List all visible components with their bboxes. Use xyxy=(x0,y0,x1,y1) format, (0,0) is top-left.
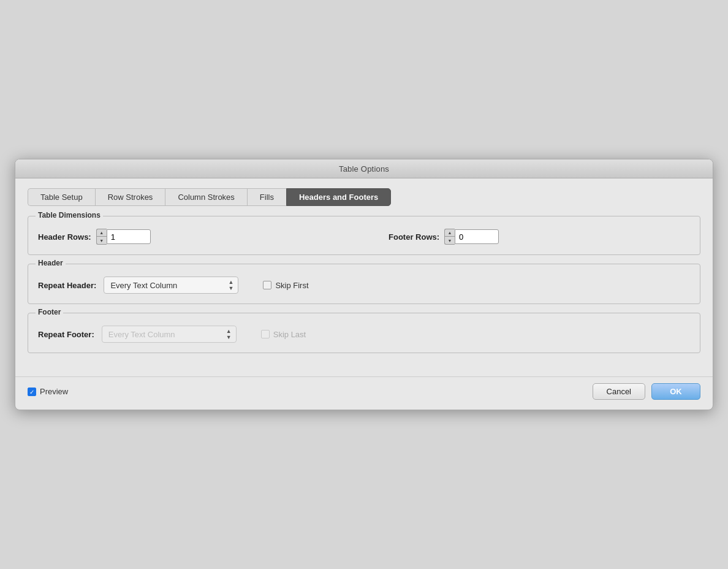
repeat-header-label: Repeat Header: xyxy=(38,281,96,290)
header-group: Header Repeat Header: Every Text Column … xyxy=(28,264,700,304)
footer-group-legend: Footer xyxy=(36,308,63,316)
main-content: Table Dimensions Header Rows: ▲ ▼ 1 xyxy=(28,216,700,362)
header-rows-spinner-buttons: ▲ ▼ xyxy=(96,229,107,245)
table-dimensions-group: Table Dimensions Header Rows: ▲ ▼ 1 xyxy=(28,216,700,255)
header-rows-decrement[interactable]: ▼ xyxy=(97,237,107,244)
footer-rows-spinner: ▲ ▼ 0 xyxy=(444,229,499,245)
header-rows-label: Header Rows: xyxy=(38,232,91,242)
cancel-button[interactable]: Cancel xyxy=(593,383,645,400)
footer-rows-input[interactable]: 0 xyxy=(455,229,499,244)
table-dimensions-row: Header Rows: ▲ ▼ 1 Footer Rows: xyxy=(38,224,690,245)
footer-group: Footer Repeat Footer: Every Text Column … xyxy=(28,313,700,353)
repeat-footer-dropdown-wrap: Every Text Column Once Per Page Never ▲▼ xyxy=(102,326,237,343)
footer-rows-field: Footer Rows: ▲ ▼ 0 xyxy=(339,229,690,245)
repeat-footer-label: Repeat Footer: xyxy=(38,330,94,339)
repeat-header-dropdown-wrap: Every Text Column Once Per Page Never ▲▼ xyxy=(104,277,238,294)
skip-last-label: Skip Last xyxy=(273,330,306,339)
bottom-bar: Preview Cancel OK xyxy=(15,376,713,410)
footer-rows-label: Footer Rows: xyxy=(389,232,439,242)
repeat-header-select[interactable]: Every Text Column Once Per Page Never xyxy=(104,277,238,294)
header-rows-spinner: ▲ ▼ 1 xyxy=(96,229,151,245)
header-rows-input[interactable]: 1 xyxy=(107,229,151,244)
tab-fills[interactable]: Fills xyxy=(247,188,286,206)
header-group-content: Repeat Header: Every Text Column Once Pe… xyxy=(38,272,690,294)
tab-row-strokes[interactable]: Row Strokes xyxy=(95,188,165,206)
tab-headers-footers[interactable]: Headers and Footers xyxy=(286,188,391,206)
tab-bar: Table Setup Row Strokes Column Strokes F… xyxy=(28,188,700,206)
skip-last-checkbox[interactable] xyxy=(261,330,270,338)
footer-rows-spinner-buttons: ▲ ▼ xyxy=(444,229,455,245)
ok-button[interactable]: OK xyxy=(651,383,700,400)
tab-column-strokes[interactable]: Column Strokes xyxy=(165,188,246,206)
header-rows-increment[interactable]: ▲ xyxy=(97,229,107,237)
preview-label: Preview xyxy=(40,387,68,396)
skip-last-wrap: Skip Last xyxy=(261,330,306,339)
footer-group-content: Repeat Footer: Every Text Column Once Pe… xyxy=(38,321,690,343)
header-rows-field: Header Rows: ▲ ▼ 1 xyxy=(38,229,339,245)
repeat-footer-select[interactable]: Every Text Column Once Per Page Never xyxy=(102,326,237,343)
skip-first-checkbox[interactable] xyxy=(263,281,271,289)
preview-checkbox[interactable] xyxy=(28,388,36,396)
preview-wrap: Preview xyxy=(28,387,68,396)
tab-table-setup[interactable]: Table Setup xyxy=(28,188,95,206)
header-group-legend: Header xyxy=(36,259,66,267)
dialog-title: Table Options xyxy=(15,159,713,178)
table-options-dialog: Table Options Table Setup Row Strokes Co… xyxy=(15,159,713,410)
skip-first-wrap: Skip First xyxy=(263,281,308,290)
footer-rows-decrement[interactable]: ▼ xyxy=(445,237,455,244)
dialog-body: Table Setup Row Strokes Column Strokes F… xyxy=(15,178,713,372)
bottom-buttons: Cancel OK xyxy=(593,383,700,400)
table-dimensions-legend: Table Dimensions xyxy=(36,211,103,220)
footer-rows-increment[interactable]: ▲ xyxy=(445,229,455,237)
skip-first-label: Skip First xyxy=(275,281,308,290)
